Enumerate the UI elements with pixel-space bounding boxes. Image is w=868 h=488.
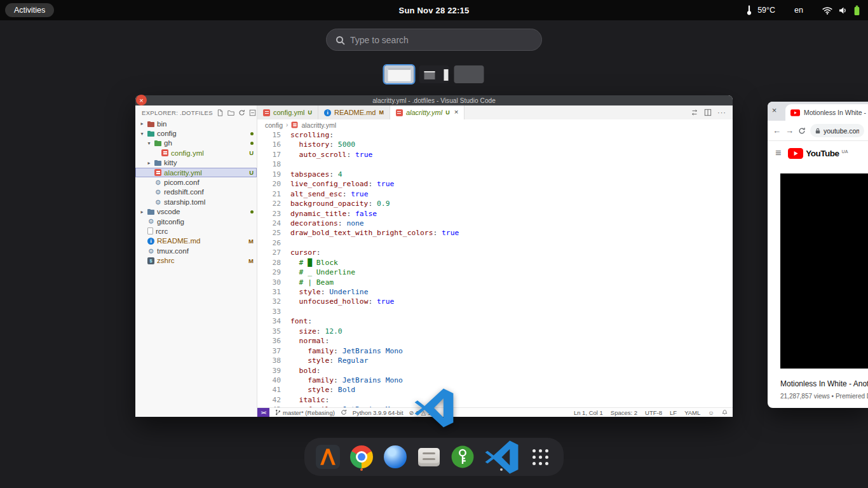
clock[interactable]: Sun Nov 28 22:15 xyxy=(399,0,470,20)
tree-item-label: kitty xyxy=(164,159,254,166)
yml-icon xyxy=(292,122,298,128)
tree-folder-gh[interactable]: ▾gh xyxy=(135,139,257,148)
forward-button[interactable]: → xyxy=(785,126,794,135)
line-number: 30 xyxy=(257,278,281,287)
address-bar[interactable]: youtube.com/wa xyxy=(810,124,864,137)
line-number: 38 xyxy=(257,356,281,365)
status-item-lf[interactable]: LF xyxy=(670,409,677,416)
close-tab-icon[interactable]: × xyxy=(454,109,459,116)
gear-icon xyxy=(154,189,161,196)
dock-item-files[interactable] xyxy=(416,442,442,471)
chrome-window[interactable]: Motionless In White - ← → youtube.com/wa… xyxy=(768,102,868,408)
close-window-button-vscode[interactable]: × xyxy=(136,95,147,105)
chrome-tab-strip: Motionless In White - xyxy=(768,102,868,121)
gear-icon xyxy=(154,198,161,205)
tab-label: alacritty.yml xyxy=(406,109,442,116)
editor-tab-config.yml[interactable]: config.ymlU xyxy=(257,105,318,119)
sync-icon[interactable] xyxy=(341,409,347,416)
git-status-badge: U xyxy=(445,109,450,116)
vscode-window[interactable]: alacritty.yml - .dotfiles - Visual Studi… xyxy=(135,95,733,417)
tree-file-starship.toml[interactable]: starship.toml xyxy=(135,197,257,207)
dock-item-keepassxc[interactable] xyxy=(450,442,475,471)
status-item-yaml[interactable]: YAML xyxy=(684,409,700,416)
chevron-down-icon: ▾ xyxy=(139,131,145,137)
python-interpreter-item[interactable]: Python 3.9.9 64-bit xyxy=(353,409,403,416)
folder-config-icon xyxy=(147,132,154,137)
code-line: bold: xyxy=(290,366,733,376)
youtube-page: ≡ YouTube UA Motionless In White - Anot … xyxy=(768,141,868,400)
workspace-thumbnail-3[interactable] xyxy=(454,65,484,83)
dock-item-alacritty[interactable] xyxy=(315,442,341,471)
dock-item-chrome[interactable] xyxy=(349,442,374,471)
code-line: size: 12.0 xyxy=(290,327,733,336)
tree-folder-kitty[interactable]: ▸kitty xyxy=(135,158,257,168)
editor-tab-alacritty.yml[interactable]: alacritty.ymlU× xyxy=(390,105,465,119)
code-line: unfocused_hollow: true xyxy=(290,297,733,306)
refresh-icon[interactable] xyxy=(238,109,245,116)
breadcrumb-folder[interactable]: config xyxy=(265,121,283,129)
close-window-button-chrome[interactable]: × xyxy=(770,105,779,115)
tree-file-picom.conf[interactable]: picom.conf xyxy=(135,177,257,187)
tree-folder-config[interactable]: ▾config xyxy=(135,128,257,138)
tree-file-tmux.conf[interactable]: tmux.conf xyxy=(135,246,257,255)
vscode-titlebar[interactable]: alacritty.yml - .dotfiles - Visual Studi… xyxy=(135,95,733,105)
editor-tab-readme.md[interactable]: README.mdM xyxy=(318,105,390,119)
tree-item-label: redshift.conf xyxy=(164,188,254,196)
workspace-thumbnail-1[interactable] xyxy=(384,65,414,83)
activities-button[interactable]: Activities xyxy=(5,3,54,17)
split-editor-icon[interactable] xyxy=(704,109,712,116)
tree-file-gitconfig[interactable]: gitconfig xyxy=(135,217,257,226)
git-modified-dot xyxy=(250,142,254,145)
dock xyxy=(304,438,564,476)
vscode-body: EXPLORER: .DOTFILES ··· ▸bin▾config▾ghco… xyxy=(135,105,733,417)
dock-item-vscode[interactable] xyxy=(484,442,519,471)
line-number: 32 xyxy=(257,297,281,306)
chevron-right-icon: ▸ xyxy=(146,160,152,166)
workspace-thumbnail-2[interactable] xyxy=(419,65,449,83)
dock-item-globe[interactable] xyxy=(383,442,408,471)
system-status-area[interactable]: 59°C en xyxy=(747,0,860,20)
tree-file-rcrc[interactable]: rcrc xyxy=(135,226,257,236)
line-number: 20 xyxy=(257,179,281,189)
youtube-favicon xyxy=(790,109,800,116)
notifications-bell-icon[interactable] xyxy=(722,409,728,416)
menu-icon[interactable]: ≡ xyxy=(775,147,781,159)
reload-button[interactable] xyxy=(798,127,806,135)
tree-file-readme.md[interactable]: README.mdM xyxy=(135,236,257,246)
code-line: auto_scroll: true xyxy=(290,150,733,159)
keyboard-layout-indicator[interactable]: en xyxy=(794,6,803,15)
more-actions-icon[interactable]: ··· xyxy=(717,109,726,116)
line-number: 27 xyxy=(257,248,281,257)
feedback-icon[interactable]: ☺ xyxy=(708,409,714,416)
code-line: style: Underline xyxy=(290,287,733,297)
running-indicator-dot xyxy=(500,468,503,471)
back-button[interactable]: ← xyxy=(773,126,781,135)
search-input[interactable] xyxy=(350,35,532,45)
remote-indicator[interactable]: >< xyxy=(257,408,269,417)
tree-file-alacritty.yml[interactable]: alacritty.ymlU xyxy=(135,168,257,177)
video-player[interactable] xyxy=(780,173,868,369)
status-item-utf-8[interactable]: UTF-8 xyxy=(645,409,662,416)
breadcrumb[interactable]: config › alacritty.yml xyxy=(257,119,733,130)
new-file-icon[interactable] xyxy=(217,109,224,116)
dock-item-show-apps[interactable] xyxy=(527,442,553,471)
code-line: dynamic_title: false xyxy=(290,209,733,219)
code-line: live_config_reload: true xyxy=(290,179,733,189)
collapse-all-icon[interactable] xyxy=(249,109,256,116)
tree-folder-vscode[interactable]: ▸vscode xyxy=(135,207,257,217)
code-editor[interactable]: 1516171819202122232425262728293031323334… xyxy=(257,130,733,407)
status-item-ln-1-col-1[interactable]: Ln 1, Col 1 xyxy=(574,409,603,416)
youtube-logo[interactable]: YouTube UA xyxy=(788,148,848,159)
status-item-spaces-2[interactable]: Spaces: 2 xyxy=(611,409,637,416)
git-branch-item[interactable]: master* (Rebasing) xyxy=(275,409,335,416)
tree-file-redshift.conf[interactable]: redshift.conf xyxy=(135,187,257,197)
browser-tab-youtube[interactable]: Motionless In White - xyxy=(785,104,868,121)
breadcrumb-file[interactable]: alacritty.yml xyxy=(301,121,336,129)
new-folder-icon[interactable] xyxy=(227,109,234,116)
open-changes-icon[interactable] xyxy=(691,109,698,116)
tree-file-config.yml[interactable]: config.ymlU xyxy=(135,148,257,158)
tree-folder-bin[interactable]: ▸bin xyxy=(135,119,257,128)
code-line: normal: xyxy=(290,336,733,346)
tree-file-zshrc[interactable]: zshrcM xyxy=(135,255,257,265)
video-title: Motionless In White - Anot xyxy=(780,379,868,388)
